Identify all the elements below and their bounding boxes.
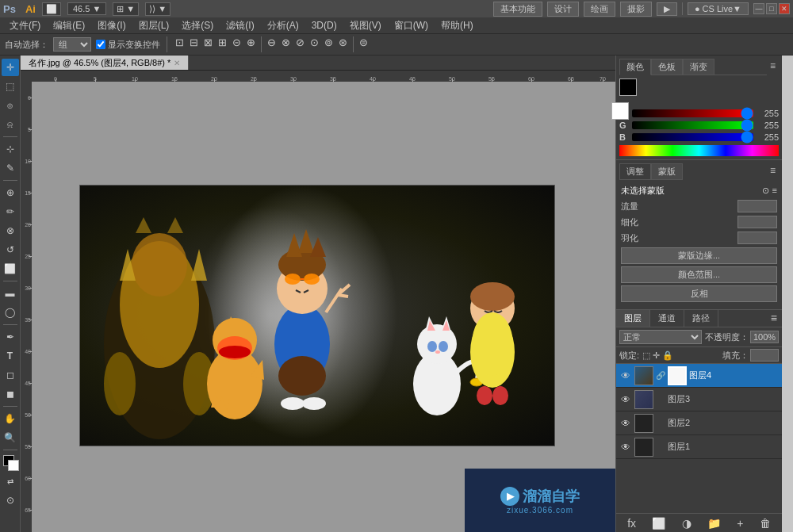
align-top-icon[interactable]: ⊡ bbox=[174, 36, 186, 52]
photo-btn[interactable]: 摄影 bbox=[620, 2, 652, 17]
move-tool[interactable]: ✛ bbox=[2, 59, 19, 76]
gradient-tool[interactable]: ▬ bbox=[2, 285, 19, 302]
auto-select-dropdown[interactable]: 组 图层 bbox=[53, 37, 91, 52]
more-btn[interactable]: ▶ bbox=[657, 2, 677, 16]
layer-item-1[interactable]: 👁 图层1 bbox=[616, 435, 782, 459]
feather-input[interactable] bbox=[737, 232, 777, 244]
tab-close-btn[interactable]: ✕ bbox=[174, 59, 180, 67]
layer-3-visibility[interactable]: 👁 bbox=[619, 393, 632, 406]
align-vcenter-icon[interactable]: ⊟ bbox=[188, 36, 200, 52]
menu-analyze[interactable]: 分析(A) bbox=[261, 17, 305, 34]
menu-file[interactable]: 文件(F) bbox=[3, 17, 47, 34]
bg-color-box[interactable] bbox=[611, 102, 629, 120]
active-tab[interactable]: 名作.jpg @ 46.5% (图层4, RGB/8#) * ✕ bbox=[21, 55, 189, 70]
distribute-5-icon[interactable]: ⊚ bbox=[323, 36, 335, 52]
brush-tool[interactable]: ✏ bbox=[2, 203, 19, 220]
quick-mask-icon[interactable]: ⊙ bbox=[2, 492, 19, 509]
canvas-area[interactable]: 0 5 10 15 20 25 30 35 40 bbox=[21, 71, 615, 532]
eyedropper-tool[interactable]: ✎ bbox=[2, 159, 19, 177]
distribute-1-icon[interactable]: ⊖ bbox=[266, 36, 278, 52]
layer-mask-btn[interactable]: ⬜ bbox=[652, 517, 665, 530]
lock-pixels-icon[interactable]: ⬚ bbox=[642, 350, 650, 361]
fg-color-swatch[interactable] bbox=[2, 454, 19, 471]
dodge-tool[interactable]: ◯ bbox=[2, 304, 19, 321]
shape-tool[interactable]: ◼ bbox=[2, 385, 19, 403]
lasso-tool[interactable]: ⌾ bbox=[2, 97, 19, 114]
layer-group-btn[interactable]: 📁 bbox=[707, 517, 721, 530]
hand-tool[interactable]: ✋ bbox=[2, 410, 19, 427]
layer-item-3[interactable]: 👁 图层3 bbox=[616, 388, 782, 411]
color-tab-color[interactable]: 颜色 bbox=[619, 59, 651, 75]
align-bottom-icon[interactable]: ⊠ bbox=[202, 36, 214, 52]
layer-delete-btn[interactable]: 🗑 bbox=[760, 517, 771, 530]
menu-select[interactable]: 选择(S) bbox=[175, 17, 220, 34]
g-slider[interactable] bbox=[632, 121, 753, 129]
show-transform-checkbox[interactable] bbox=[96, 40, 105, 49]
menu-view[interactable]: 视图(V) bbox=[343, 17, 388, 34]
pen-tool[interactable]: ✒ bbox=[2, 328, 19, 346]
layers-tab-layers[interactable]: 图层 bbox=[616, 310, 650, 327]
layer-2-visibility[interactable]: 👁 bbox=[619, 417, 632, 430]
switch-colors-icon[interactable]: ⇄ bbox=[2, 473, 19, 490]
distribute-2-icon[interactable]: ⊗ bbox=[280, 36, 292, 52]
design-btn[interactable]: 设计 bbox=[547, 2, 579, 17]
distribute-6-icon[interactable]: ⊛ bbox=[337, 36, 349, 52]
color-tab-swatches[interactable]: 色板 bbox=[651, 59, 683, 75]
menu-image[interactable]: 图像(I) bbox=[91, 17, 132, 34]
fg-color-box[interactable] bbox=[619, 78, 637, 96]
auto-align-icon[interactable]: ⊜ bbox=[358, 36, 370, 52]
type-tool[interactable]: T bbox=[2, 347, 19, 365]
crop-tool[interactable]: ⊹ bbox=[2, 140, 19, 158]
layer-new-btn[interactable]: + bbox=[737, 517, 743, 530]
adj-reset-icon[interactable]: ⊙ bbox=[762, 186, 769, 196]
align-hcenter-icon[interactable]: ⊝ bbox=[231, 36, 243, 52]
lock-all-icon[interactable]: 🔒 bbox=[662, 350, 673, 361]
history-tool[interactable]: ↺ bbox=[2, 241, 19, 258]
color-range-btn[interactable]: 颜色范围... bbox=[621, 266, 777, 283]
zoom-tool[interactable]: 🔍 bbox=[2, 429, 19, 446]
layer-item-4[interactable]: 👁 🔗 图层4 bbox=[616, 364, 782, 388]
layer-4-visibility[interactable]: 👁 bbox=[619, 369, 632, 382]
b-slider[interactable] bbox=[632, 133, 753, 141]
layer-item-2[interactable]: 👁 图层2 bbox=[616, 411, 782, 435]
distribute-3-icon[interactable]: ⊘ bbox=[294, 36, 306, 52]
blend-mode-select[interactable]: 正常 溶解 正片叠底 bbox=[619, 330, 702, 344]
menu-filter[interactable]: 滤镜(I) bbox=[220, 17, 260, 34]
menu-help[interactable]: 帮助(H) bbox=[435, 17, 480, 34]
lock-position-icon[interactable]: ✛ bbox=[653, 350, 660, 361]
path-tool[interactable]: ◻ bbox=[2, 366, 19, 384]
magic-wand-tool[interactable]: ⍾ bbox=[2, 116, 19, 133]
extra-icon[interactable]: ⟩⟩ ▼ bbox=[145, 2, 170, 16]
align-left-icon[interactable]: ⊞ bbox=[216, 36, 228, 52]
layers-tab-channels[interactable]: 通道 bbox=[650, 310, 684, 327]
menu-3d[interactable]: 3D(D) bbox=[305, 18, 343, 33]
color-tab-gradient[interactable]: 渐变 bbox=[683, 59, 714, 75]
clone-tool[interactable]: ⊗ bbox=[2, 222, 19, 239]
layers-tab-paths[interactable]: 路径 bbox=[684, 310, 718, 327]
win-close-btn[interactable]: ✕ bbox=[779, 3, 790, 14]
distribute-4-icon[interactable]: ⊙ bbox=[308, 36, 320, 52]
zoom-display[interactable]: 46.5 ▼ bbox=[67, 2, 106, 15]
adj-tab-adjust[interactable]: 调整 bbox=[619, 163, 651, 180]
drawing-btn[interactable]: 绘画 bbox=[584, 2, 615, 17]
marquee-tool[interactable]: ⬚ bbox=[2, 78, 19, 95]
opacity-input[interactable] bbox=[750, 331, 779, 343]
fill-input[interactable]: 100% bbox=[750, 349, 779, 362]
invert-btn[interactable]: 反相 bbox=[621, 285, 777, 302]
flow-input[interactable] bbox=[737, 200, 777, 212]
menu-layer[interactable]: 图层(L) bbox=[132, 17, 176, 34]
workspace-btn[interactable]: 基本功能 bbox=[493, 2, 542, 17]
spot-heal-tool[interactable]: ⊕ bbox=[2, 184, 19, 201]
view-icon[interactable]: ⊞ ▼ bbox=[113, 2, 139, 16]
cs-live-btn[interactable]: ● CS Live▼ bbox=[688, 2, 749, 15]
layer-1-visibility[interactable]: 👁 bbox=[619, 441, 632, 454]
win-max-btn[interactable]: □ bbox=[766, 3, 777, 14]
eraser-tool[interactable]: ⬜ bbox=[2, 260, 19, 277]
adj-options-icon[interactable]: ≡ bbox=[772, 186, 777, 196]
r-slider[interactable] bbox=[632, 109, 753, 117]
win-min-btn[interactable]: — bbox=[753, 3, 764, 14]
density-input[interactable] bbox=[737, 216, 777, 228]
color-panel-menu[interactable]: ≡ bbox=[767, 59, 779, 75]
adj-panel-menu[interactable]: ≡ bbox=[767, 163, 779, 180]
layer-adj-btn[interactable]: ◑ bbox=[682, 517, 691, 530]
